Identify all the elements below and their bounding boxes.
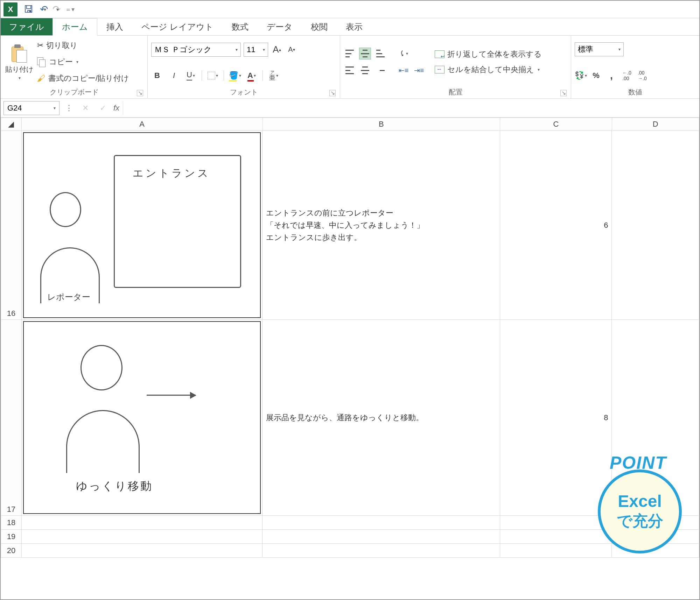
tab-page-layout[interactable]: ページ レイアウト (132, 18, 223, 35)
undo-button[interactable]: ↶▾ (40, 3, 46, 15)
dialog-launcher-icon[interactable]: ↘ (137, 90, 143, 96)
merge-center-button[interactable]: セルを結合して中央揃え ▾ (435, 64, 542, 75)
font-name-value: ＭＳ Ｐゴシック (154, 44, 235, 55)
align-center-button[interactable] (359, 64, 371, 76)
align-top-button[interactable] (344, 48, 356, 59)
tab-view[interactable]: 表示 (337, 18, 372, 35)
save-button[interactable]: 🖫 (24, 3, 34, 15)
paste-icon (9, 44, 29, 63)
dialog-launcher-icon[interactable]: ↘ (329, 90, 336, 96)
row-header[interactable]: 19 (1, 530, 22, 544)
align-middle-button[interactable] (359, 48, 371, 59)
cell-b16[interactable]: エントランスの前に立つレポーター 「それでは早速、中に入ってみましょう！」 エン… (262, 131, 500, 320)
borders-button[interactable]: ▾ (207, 70, 219, 82)
format-painter-button[interactable]: 🖌 書式のコピー/貼り付け (37, 73, 129, 84)
fx-button[interactable]: fx (113, 104, 119, 113)
comma-button[interactable]: , (606, 70, 617, 82)
cell-d18[interactable] (612, 516, 699, 530)
customize-qat-button[interactable]: ＝▾ (65, 5, 75, 14)
italic-button[interactable]: I (168, 70, 180, 82)
cell-a16[interactable]: エントランス レポーター (22, 131, 263, 320)
column-header-a[interactable]: A (22, 118, 263, 131)
cell-d16[interactable] (612, 131, 699, 320)
cell-b20[interactable] (262, 544, 500, 558)
enter-button[interactable]: ✓ (96, 104, 110, 113)
spreadsheet-grid: ◢ A B C D 16 エントランス レポーター エントランスの前に立つレポー… (1, 118, 699, 558)
cell-b18[interactable] (262, 516, 500, 530)
cell-a17[interactable]: ゆっくり移動 (22, 320, 263, 516)
save-icon: 🖫 (24, 3, 34, 15)
select-all-button[interactable]: ◢ (1, 118, 22, 131)
ribbon: 貼り付け ▾ ✂ 切り取り コピー ▾ 🖌 書式のコピー/貼り (1, 36, 699, 99)
decrease-indent-button[interactable]: ⇤≡ (398, 64, 410, 76)
chevron-down-icon: ▾ (19, 76, 21, 80)
cell-c16[interactable]: 6 (500, 131, 612, 320)
column-header-b[interactable]: B (263, 118, 500, 131)
tab-home[interactable]: ホーム (52, 18, 97, 36)
cell-d17[interactable] (612, 320, 699, 516)
redo-button[interactable]: ↷▾ (52, 3, 59, 15)
cancel-button[interactable]: ✕ (78, 104, 92, 113)
wrap-text-icon (435, 50, 444, 58)
quick-access-toolbar: 🖫 ↶▾ ↷▾ ＝▾ (1, 1, 699, 18)
align-left-button[interactable] (344, 64, 356, 76)
wrap-text-button[interactable]: 折り返して全体を表示する (435, 49, 542, 59)
row-header[interactable]: 18 (1, 516, 22, 530)
cell-b17[interactable]: 展示品を見ながら、通路をゆっくりと移動。 (262, 320, 500, 516)
percent-button[interactable]: % (590, 70, 602, 82)
bold-button[interactable]: B (151, 70, 163, 82)
cell-a20[interactable] (22, 544, 263, 558)
tab-data[interactable]: データ (258, 18, 302, 35)
column-header-c[interactable]: C (500, 118, 612, 131)
decrease-decimal-button[interactable]: .00→.0 (636, 70, 648, 82)
phonetic-button[interactable]: ア亜▾ (268, 70, 280, 82)
cell-b19[interactable] (262, 530, 500, 544)
group-label-number: 数値 (575, 86, 696, 98)
tab-formulas[interactable]: 数式 (223, 18, 258, 35)
cell-c18[interactable] (500, 516, 612, 530)
cell-c20[interactable] (500, 544, 612, 558)
underline-button[interactable]: U▾ (185, 70, 197, 82)
increase-decimal-button[interactable]: ←.0.00 (621, 70, 633, 82)
align-bottom-button[interactable] (374, 48, 386, 59)
name-box-expand[interactable]: ⋮ (63, 104, 75, 113)
cell-a18[interactable] (22, 516, 263, 530)
copy-button[interactable]: コピー ▾ (37, 57, 129, 67)
orientation-button[interactable]: ⤹▾ (398, 48, 410, 59)
tab-file[interactable]: ファイル (1, 18, 52, 35)
fill-color-button[interactable]: 🪣▾ (229, 70, 241, 82)
dialog-launcher-icon[interactable]: ↘ (560, 90, 567, 96)
name-box[interactable]: G24 ▾ (4, 101, 59, 115)
row-header[interactable]: 20 (1, 544, 22, 558)
font-size-select[interactable]: 11 ▾ (244, 43, 268, 57)
increase-font-button[interactable]: A▴ (271, 44, 283, 56)
font-name-select[interactable]: ＭＳ Ｐゴシック ▾ (151, 43, 241, 57)
font-color-button[interactable]: A▾ (246, 70, 258, 82)
cell-c17[interactable]: 8 (500, 320, 612, 516)
tab-review[interactable]: 校閲 (302, 18, 337, 35)
number-format-select[interactable]: 標準 ▾ (575, 42, 624, 56)
cell-d19[interactable] (612, 530, 699, 544)
increase-indent-button[interactable]: ⇥≡ (413, 64, 425, 76)
decrease-font-button[interactable]: A▾ (286, 44, 298, 56)
paste-button[interactable]: 貼り付け ▾ (4, 38, 34, 86)
brush-icon: 🖌 (37, 73, 46, 83)
name-box-value: G24 (7, 104, 22, 113)
storyboard-sketch: エントランス レポーター (23, 132, 261, 318)
sketch-title: エントランス (133, 166, 210, 181)
accounting-format-button[interactable]: 💱▾ (575, 70, 587, 82)
row-header[interactable]: 16 (1, 131, 22, 320)
row-header[interactable]: 17 (1, 320, 22, 516)
formula-input[interactable] (123, 101, 696, 115)
align-right-button[interactable] (374, 64, 386, 76)
cell-a19[interactable] (22, 530, 263, 544)
column-header-d[interactable]: D (612, 118, 700, 131)
chevron-down-icon: ▾ (44, 7, 46, 12)
chevron-down-icon: ▾ (76, 59, 78, 64)
chevron-down-icon: ▾ (538, 67, 540, 72)
cell-c19[interactable] (500, 530, 612, 544)
tab-insert[interactable]: 挿入 (97, 18, 132, 35)
merge-label: セルを結合して中央揃え (447, 64, 534, 75)
cell-d20[interactable] (612, 544, 699, 558)
cut-button[interactable]: ✂ 切り取り (37, 40, 129, 51)
